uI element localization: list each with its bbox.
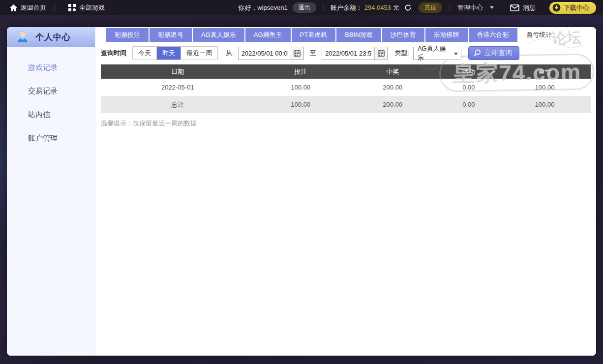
home-label: 返回首页 bbox=[21, 3, 46, 12]
table-cell: 100.00 bbox=[255, 96, 347, 113]
topbar: 返回首页 全部游戏 你好，wipseven1 退出 账户余额： 294.0453… bbox=[0, 0, 603, 15]
sidebar-item-1[interactable]: 交易记录 bbox=[7, 79, 95, 103]
admin-center-menu[interactable]: 管理中心 bbox=[450, 3, 502, 12]
download-center-label: 下载中心 bbox=[564, 3, 589, 12]
messages-label: 消息 bbox=[523, 3, 536, 12]
envelope-icon bbox=[510, 4, 519, 11]
from-date-box bbox=[238, 47, 304, 60]
type-label: 类型: bbox=[394, 49, 409, 58]
table-row-0: 2022-05-01100.00200.000.00100.00 bbox=[101, 79, 591, 96]
tab-9[interactable]: 盈亏统计 bbox=[518, 28, 561, 42]
content-area: 吧 论坛 皇家74.com 彩票投注彩票追号AG真人娱乐AG捕鱼王PT老虎机BB… bbox=[95, 27, 596, 356]
refresh-icon[interactable] bbox=[404, 4, 412, 11]
sidebar-title: 个人中心 bbox=[35, 31, 71, 43]
all-games-button[interactable]: 全部游戏 bbox=[60, 0, 113, 15]
sidebar-header: 个人中心 bbox=[7, 27, 95, 47]
balance-unit: 元 bbox=[393, 3, 399, 12]
from-label: 从: bbox=[226, 49, 234, 58]
table-cell: 总计 bbox=[101, 96, 255, 113]
table-header-cell-3: 活动 bbox=[439, 64, 499, 79]
table-header-cell-0: 日期 bbox=[101, 64, 255, 79]
all-games-label: 全部游戏 bbox=[79, 3, 105, 12]
recharge-button[interactable]: 充值 bbox=[419, 2, 442, 13]
tab-2[interactable]: AG真人娱乐 bbox=[193, 28, 244, 42]
table-header-row: 日期投注中奖活动盈亏 bbox=[101, 64, 591, 79]
query-time-label: 查询时间 bbox=[101, 49, 126, 58]
chevron-down-icon bbox=[454, 53, 458, 55]
quick-range-2[interactable]: 最近一周 bbox=[181, 47, 217, 60]
profit-loss-table: 日期投注中奖活动盈亏 2022-05-01100.00200.000.00100… bbox=[101, 64, 591, 113]
avatar-icon bbox=[16, 30, 30, 44]
topbar-divider bbox=[323, 4, 324, 11]
tab-0[interactable]: 彩票投注 bbox=[106, 28, 149, 42]
table-cell: 200.00 bbox=[347, 79, 439, 96]
tab-7[interactable]: 乐游棋牌 bbox=[425, 28, 468, 42]
quick-range-0[interactable]: 今天 bbox=[133, 47, 156, 60]
table-header-cell-4: 盈亏 bbox=[499, 64, 591, 79]
sidebar-item-2[interactable]: 站内信 bbox=[7, 103, 95, 126]
search-button[interactable]: 立即查询 bbox=[468, 46, 519, 60]
from-date-input[interactable] bbox=[239, 50, 291, 57]
balance-label: 账户余额： bbox=[331, 3, 362, 12]
home-button[interactable]: 返回首页 bbox=[0, 0, 54, 15]
calendar-icon[interactable] bbox=[291, 47, 303, 60]
balance-value: 294.0453 bbox=[364, 4, 391, 11]
tab-3[interactable]: AG捕鱼王 bbox=[245, 28, 291, 42]
home-icon bbox=[10, 4, 17, 11]
download-center-button[interactable]: 下载中心 bbox=[549, 2, 596, 14]
type-select[interactable]: AG真人娱乐 bbox=[413, 47, 461, 60]
to-label: 至: bbox=[310, 49, 318, 58]
table-cell: 100.00 bbox=[255, 79, 347, 96]
table-cell: 200.00 bbox=[347, 96, 439, 113]
to-date-input[interactable] bbox=[322, 50, 374, 57]
table-cell: 0.00 bbox=[439, 79, 499, 96]
type-select-value: AG真人娱乐 bbox=[418, 44, 451, 62]
filter-row: 查询时间 今天昨天最近一周 从: 至: 类型: AG真人娱乐 bbox=[101, 46, 591, 60]
chevron-down-icon bbox=[490, 6, 494, 9]
search-icon bbox=[473, 49, 481, 57]
quick-range-group: 今天昨天最近一周 bbox=[132, 46, 218, 60]
admin-center-label: 管理中心 bbox=[457, 3, 483, 12]
table-header-cell-1: 投注 bbox=[255, 64, 347, 79]
table-cell: 0.00 bbox=[439, 96, 499, 113]
topbar-divider bbox=[54, 4, 55, 11]
calendar-icon[interactable] bbox=[374, 47, 387, 60]
search-button-label: 立即查询 bbox=[484, 49, 512, 58]
table-cell: 100.00 bbox=[499, 96, 591, 113]
to-date-box bbox=[322, 47, 388, 60]
table-row-1: 总计100.00200.000.00100.00 bbox=[101, 96, 591, 113]
sidebar-item-3[interactable]: 账户管理 bbox=[7, 126, 95, 150]
table-cell: 100.00 bbox=[499, 79, 591, 96]
sidebar-item-0[interactable]: 游戏记录 bbox=[7, 56, 95, 79]
logout-button[interactable]: 退出 bbox=[293, 2, 316, 13]
tab-8[interactable]: 香港六合彩 bbox=[469, 28, 517, 42]
sidebar: 个人中心 游戏记录交易记录站内信账户管理 bbox=[7, 27, 95, 356]
sidebar-nav: 游戏记录交易记录站内信账户管理 bbox=[7, 47, 95, 150]
table-header-cell-2: 中奖 bbox=[347, 64, 439, 79]
game-tab-bar: 彩票投注彩票追号AG真人娱乐AG捕鱼王PT老虎机BBIN游戏沙巴体育乐游棋牌香港… bbox=[106, 28, 591, 42]
greeting-text: 你好，wipseven1 bbox=[238, 3, 287, 12]
tab-6[interactable]: 沙巴体育 bbox=[382, 28, 424, 42]
tip-text: 温馨提示：仅保留最近一周的数据 bbox=[101, 119, 591, 128]
main-panel: 个人中心 游戏记录交易记录站内信账户管理 吧 论坛 皇家74.com 彩票投注彩… bbox=[7, 27, 596, 356]
download-icon bbox=[552, 3, 561, 12]
tab-1[interactable]: 彩票追号 bbox=[150, 28, 192, 42]
grid-icon bbox=[68, 4, 76, 11]
table-cell: 2022-05-01 bbox=[101, 79, 255, 96]
tab-5[interactable]: BBIN游戏 bbox=[336, 28, 381, 42]
messages-button[interactable]: 消息 bbox=[502, 3, 543, 12]
tab-4[interactable]: PT老虎机 bbox=[292, 28, 336, 42]
quick-range-1[interactable]: 昨天 bbox=[156, 47, 181, 60]
